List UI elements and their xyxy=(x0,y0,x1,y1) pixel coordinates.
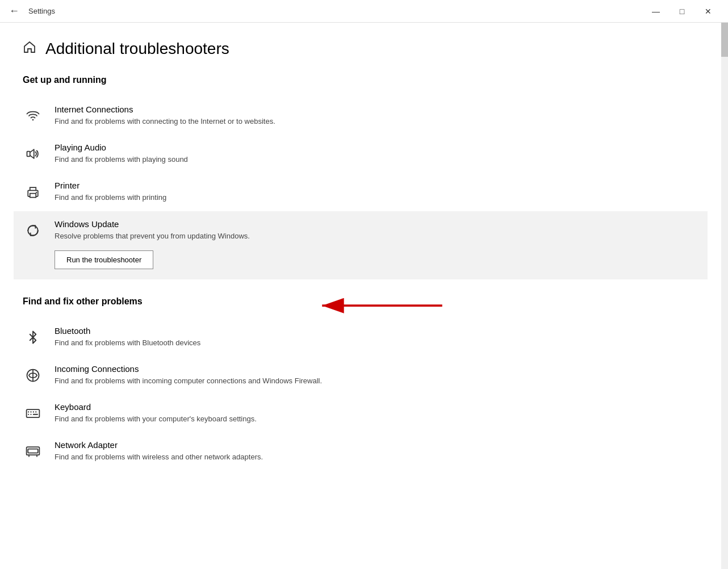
network-icon xyxy=(23,441,43,462)
item-content-incoming: Incoming Connections Find and fix proble… xyxy=(55,364,322,386)
scrollbar-track[interactable] xyxy=(721,23,728,569)
audio-icon xyxy=(23,144,43,164)
item-desc-internet: Find and fix problems with connecting to… xyxy=(55,116,275,127)
close-button[interactable]: ✕ xyxy=(695,0,721,23)
item-incoming-connections[interactable]: Incoming Connections Find and fix proble… xyxy=(23,356,698,394)
printer-icon xyxy=(23,182,43,202)
item-desc-winupdate: Resolve problems that prevent you from u… xyxy=(55,231,698,241)
item-title-incoming: Incoming Connections xyxy=(55,364,322,374)
item-content-winupdate: Windows Update Resolve problems that pre… xyxy=(55,219,698,271)
section-get-up-running: Get up and running Internet Connections … xyxy=(23,75,698,279)
item-content-network: Network Adapter Find and fix problems wi… xyxy=(55,440,263,462)
item-content-printer: Printer Find and fix problems with print… xyxy=(55,181,166,203)
item-title-internet: Internet Connections xyxy=(55,104,275,114)
item-windows-update[interactable]: Windows Update Resolve problems that pre… xyxy=(14,211,708,279)
main-content: Additional troubleshooters Get up and ru… xyxy=(0,23,728,569)
run-btn-row: Run the troubleshooter xyxy=(55,250,698,269)
section-title-2: Find and fix other problems xyxy=(23,296,698,307)
section-find-fix-other: Find and fix other problems Bluetooth Fi… xyxy=(23,296,698,471)
item-printer[interactable]: Printer Find and fix problems with print… xyxy=(23,173,698,211)
wifi-icon xyxy=(23,106,43,126)
update-icon xyxy=(23,220,43,241)
maximize-button[interactable]: □ xyxy=(669,0,695,23)
svg-rect-3 xyxy=(30,194,36,198)
item-title-printer: Printer xyxy=(55,181,166,190)
item-title-winupdate: Windows Update xyxy=(55,219,698,229)
back-button[interactable]: ← xyxy=(7,3,22,19)
item-desc-keyboard: Find and fix problems with your computer… xyxy=(55,414,257,424)
run-troubleshooter-button[interactable]: Run the troubleshooter xyxy=(55,250,153,269)
item-content-bluetooth: Bluetooth Find and fix problems with Blu… xyxy=(55,326,200,348)
item-desc-bluetooth: Find and fix problems with Bluetooth dev… xyxy=(55,338,200,348)
item-keyboard[interactable]: Keyboard Find and fix problems with your… xyxy=(23,394,698,432)
svg-rect-7 xyxy=(27,409,40,417)
item-title-bluetooth: Bluetooth xyxy=(55,326,200,336)
item-bluetooth[interactable]: Bluetooth Find and fix problems with Blu… xyxy=(23,318,698,356)
keyboard-icon xyxy=(23,403,43,424)
item-network-adapter[interactable]: Network Adapter Find and fix problems wi… xyxy=(23,432,698,470)
title-bar: ← Settings — □ ✕ xyxy=(0,0,728,23)
svg-rect-18 xyxy=(28,449,38,453)
item-title-audio: Playing Audio xyxy=(55,143,188,152)
item-desc-printer: Find and fix problems with printing xyxy=(55,193,166,203)
scrollbar-thumb[interactable] xyxy=(721,23,728,57)
item-desc-network: Find and fix problems with wireless and … xyxy=(55,452,263,462)
item-content-internet: Internet Connections Find and fix proble… xyxy=(55,104,275,127)
item-desc-incoming: Find and fix problems with incoming comp… xyxy=(55,376,322,386)
page-title: Additional troubleshooters xyxy=(45,40,229,58)
content-area: Additional troubleshooters Get up and ru… xyxy=(0,23,728,569)
bluetooth-icon xyxy=(23,327,43,348)
svg-point-4 xyxy=(36,192,37,193)
item-playing-audio[interactable]: Playing Audio Find and fix problems with… xyxy=(23,135,698,173)
incoming-icon xyxy=(23,365,43,386)
title-bar-left: ← Settings xyxy=(7,3,55,19)
item-desc-audio: Find and fix problems with playing sound xyxy=(55,154,188,165)
section-title-1: Get up and running xyxy=(23,75,698,85)
home-icon xyxy=(23,40,36,57)
item-content-audio: Playing Audio Find and fix problems with… xyxy=(55,143,188,165)
svg-point-0 xyxy=(32,119,34,121)
title-bar-controls: — □ ✕ xyxy=(643,0,721,23)
item-title-network: Network Adapter xyxy=(55,440,263,450)
page-header: Additional troubleshooters xyxy=(23,40,698,58)
minimize-button[interactable]: — xyxy=(643,0,669,23)
item-internet-connections[interactable]: Internet Connections Find and fix proble… xyxy=(23,97,698,135)
window-title: Settings xyxy=(28,7,55,15)
svg-rect-1 xyxy=(27,152,30,157)
item-title-keyboard: Keyboard xyxy=(55,402,257,412)
item-content-keyboard: Keyboard Find and fix problems with your… xyxy=(55,402,257,424)
